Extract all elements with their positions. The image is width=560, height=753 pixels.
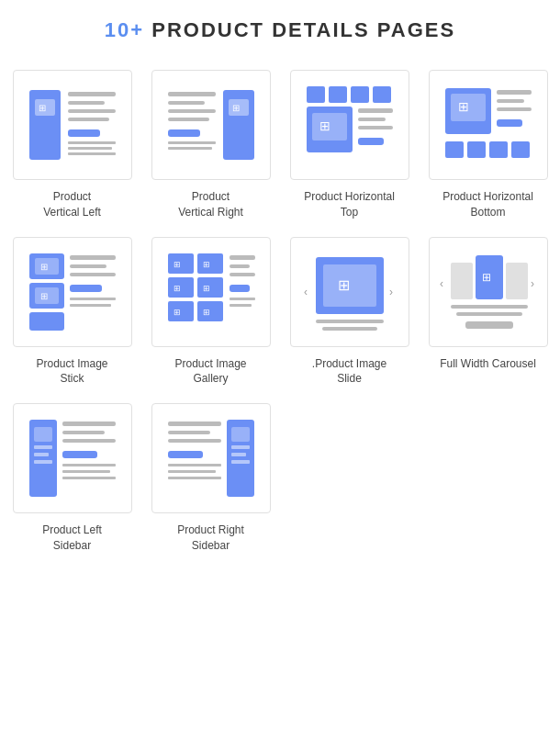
- svg-rect-104: [168, 439, 221, 443]
- svg-rect-70: [230, 273, 255, 276]
- svg-rect-41: [489, 141, 508, 158]
- svg-rect-22: [329, 86, 347, 103]
- svg-rect-42: [511, 141, 530, 158]
- thumb-right-sidebar: [151, 403, 271, 513]
- svg-rect-97: [62, 439, 116, 443]
- svg-text:⊞: ⊞: [40, 262, 48, 272]
- svg-text:⊞: ⊞: [232, 103, 240, 113]
- svg-rect-80: [322, 327, 377, 331]
- label-vertical-left: ProductVertical Left: [43, 189, 101, 220]
- svg-text:⊞: ⊞: [458, 99, 469, 114]
- svg-rect-102: [168, 421, 221, 426]
- svg-rect-101: [62, 477, 116, 479]
- card-right-sidebar[interactable]: Product RightSidebar: [148, 403, 274, 554]
- svg-rect-72: [230, 298, 255, 300]
- svg-rect-7: [68, 129, 100, 137]
- svg-rect-10: [68, 152, 116, 155]
- svg-rect-54: [70, 298, 116, 300]
- svg-rect-66: [197, 301, 223, 321]
- card-image-stick[interactable]: ⊞ ⊞ Product ImageStick: [9, 237, 135, 388]
- label-full-width-carousel: Full Width Carousel: [440, 356, 536, 372]
- card-vertical-left[interactable]: ⊞ ProductVertical Left: [9, 70, 135, 220]
- row-3: Product LeftSidebar Product RightSid: [9, 403, 551, 554]
- svg-rect-98: [62, 451, 97, 458]
- svg-rect-93: [34, 453, 49, 456]
- svg-rect-82: [451, 263, 473, 299]
- svg-rect-107: [168, 470, 216, 473]
- svg-rect-96: [62, 431, 105, 434]
- card-image-slide[interactable]: ‹ ⊞ › .Product ImageSlide: [286, 237, 412, 388]
- label-horizontal-bottom: Product HorizontalBottom: [442, 189, 533, 220]
- svg-rect-87: [451, 305, 528, 309]
- svg-text:‹: ‹: [440, 277, 443, 290]
- row-1: ⊞ ProductVertical Left: [9, 70, 551, 220]
- thumb-vertical-right: ⊞: [151, 70, 271, 180]
- svg-rect-35: [497, 90, 532, 95]
- svg-rect-5: [68, 109, 116, 113]
- label-vertical-right: ProductVertical Right: [178, 189, 243, 220]
- svg-text:›: ›: [531, 277, 534, 290]
- thumb-left-sidebar: [13, 403, 132, 513]
- svg-rect-92: [34, 445, 52, 449]
- svg-rect-55: [70, 304, 111, 307]
- svg-rect-60: [168, 277, 194, 298]
- svg-rect-79: [316, 320, 384, 323]
- svg-text:‹: ‹: [304, 286, 308, 298]
- svg-rect-17: [168, 147, 212, 150]
- svg-rect-99: [62, 464, 116, 466]
- svg-text:⊞: ⊞: [39, 103, 46, 113]
- svg-rect-31: [358, 138, 384, 145]
- svg-text:⊞: ⊞: [174, 308, 181, 317]
- svg-rect-95: [62, 421, 116, 426]
- svg-rect-49: [29, 312, 64, 331]
- svg-rect-58: [197, 253, 223, 274]
- svg-rect-51: [70, 264, 106, 268]
- svg-text:›: ›: [389, 286, 393, 298]
- svg-text:⊞: ⊞: [40, 291, 48, 301]
- svg-rect-13: [168, 109, 216, 113]
- thumb-full-width-carousel: ‹ ⊞ ›: [429, 237, 548, 347]
- svg-rect-23: [351, 86, 369, 103]
- svg-rect-88: [456, 312, 522, 316]
- svg-rect-105: [168, 451, 203, 458]
- svg-rect-40: [467, 141, 486, 158]
- svg-rect-9: [68, 147, 112, 150]
- svg-rect-11: [168, 92, 216, 96]
- thumb-image-gallery: ⊞ ⊞ ⊞ ⊞ ⊞ ⊞: [151, 237, 271, 347]
- svg-rect-21: [307, 86, 325, 103]
- svg-rect-14: [168, 118, 209, 121]
- card-horizontal-bottom[interactable]: ⊞ Product HorizontalBottom: [425, 70, 551, 220]
- svg-rect-111: [231, 445, 250, 449]
- svg-text:⊞: ⊞: [203, 260, 210, 269]
- svg-rect-39: [445, 141, 464, 158]
- svg-rect-85: [506, 263, 528, 299]
- svg-rect-6: [68, 118, 109, 121]
- page-title: 10+ PRODUCT DETAILS PAGES: [9, 18, 551, 42]
- card-horizontal-top[interactable]: ⊞ Product HorizontalTop: [286, 70, 412, 220]
- svg-rect-12: [168, 101, 205, 105]
- thumb-image-stick: ⊞ ⊞: [13, 237, 132, 347]
- svg-text:⊞: ⊞: [319, 118, 330, 133]
- svg-rect-38: [497, 119, 522, 127]
- svg-rect-91: [34, 427, 52, 442]
- svg-rect-68: [230, 255, 255, 260]
- svg-rect-103: [168, 431, 210, 434]
- label-image-stick: Product ImageStick: [36, 356, 107, 388]
- svg-rect-36: [497, 99, 524, 103]
- card-left-sidebar[interactable]: Product LeftSidebar: [9, 403, 135, 554]
- svg-rect-30: [358, 126, 393, 129]
- svg-rect-56: [168, 253, 194, 274]
- svg-rect-113: [231, 460, 250, 464]
- card-full-width-carousel[interactable]: ‹ ⊞ › Full Width Carousel: [425, 237, 551, 388]
- thumb-horizontal-bottom: ⊞: [429, 70, 548, 180]
- card-vertical-right[interactable]: ⊞ ProductVertical Right: [148, 70, 274, 220]
- svg-text:⊞: ⊞: [203, 308, 210, 317]
- card-image-gallery[interactable]: ⊞ ⊞ ⊞ ⊞ ⊞ ⊞ Product ImageGallery: [148, 237, 274, 388]
- svg-rect-29: [358, 118, 386, 121]
- svg-rect-71: [230, 285, 250, 292]
- svg-text:⊞: ⊞: [174, 260, 181, 269]
- svg-rect-89: [465, 321, 513, 329]
- label-image-gallery: Product ImageGallery: [174, 356, 246, 388]
- svg-rect-8: [68, 141, 116, 144]
- svg-rect-62: [197, 277, 223, 298]
